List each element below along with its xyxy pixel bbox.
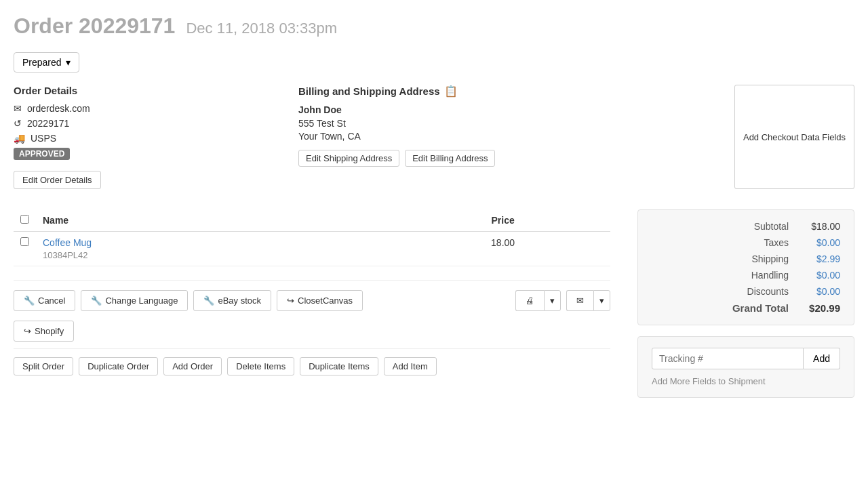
duplicate-items-button[interactable]: Duplicate Items (300, 357, 378, 375)
table-row: Coffee Mug 10384PL42 18.00 (14, 232, 610, 266)
subtotal-value: $18.00 (800, 221, 840, 232)
handling-label: Handling (652, 270, 789, 281)
approved-badge: APPROVED (14, 148, 70, 160)
email-icon: ✉ (14, 103, 22, 114)
print-dropdown-button[interactable]: ▾ (544, 290, 561, 311)
totals-box: Subtotal $18.00 Taxes $0.00 Shipping $2.… (637, 209, 854, 325)
tracking-box: Add Add More Fields to Shipment (637, 336, 854, 398)
closet-icon: ↪ (287, 296, 294, 306)
tracking-input-row: Add (652, 348, 840, 369)
top-section: Order Details ✉ orderdesk.com ↺ 20229171… (14, 85, 854, 189)
order-id-row: ↺ 20229171 (14, 118, 285, 129)
closet-label: ClosetCanvas (298, 296, 353, 306)
action-buttons-row: 🔧 Cancel 🔧 Change Language 🔧 eBay stock … (14, 280, 610, 321)
handling-value: $0.00 (800, 270, 840, 281)
add-order-button[interactable]: Add Order (163, 357, 222, 375)
item-name-link[interactable]: Coffee Mug (43, 237, 92, 248)
shopify-label: Shopify (35, 326, 64, 336)
status-button[interactable]: Prepared ▾ (14, 52, 79, 73)
change-language-button[interactable]: 🔧 Change Language (81, 290, 188, 311)
carrier-row: 🚚 USPS (14, 133, 285, 144)
tracking-add-button[interactable]: Add (804, 348, 840, 369)
add-item-button[interactable]: Add Item (384, 357, 437, 375)
status-dropdown-icon: ▾ (66, 57, 71, 68)
wrench-icon: 🔧 (24, 296, 35, 306)
order-number: Order 20229171 (14, 14, 175, 39)
tracking-more-fields[interactable]: Add More Fields to Shipment (652, 376, 840, 386)
order-source: orderdesk.com (27, 103, 90, 114)
discounts-label: Discounts (652, 286, 789, 297)
address-line1: 555 Test St (298, 118, 570, 129)
edit-shipping-button[interactable]: Edit Shipping Address (298, 150, 399, 167)
order-id: 20229171 (27, 118, 69, 129)
shopify-icon: ↪ (24, 326, 31, 336)
edit-billing-button[interactable]: Edit Billing Address (405, 150, 495, 167)
tracking-input[interactable] (652, 348, 804, 369)
checkout-data-panel: Add Checkout Data Fields (583, 85, 854, 189)
truck-icon: 🚚 (14, 133, 25, 144)
discounts-value: $0.00 (800, 286, 840, 297)
address-city-state: Your Town, CA (298, 131, 570, 142)
shipping-row: Shipping $2.99 (652, 253, 840, 264)
items-section: Name Price Coffee Mug 10384PL42 18.00 (14, 209, 610, 266)
mail-button-group: ✉ ▾ (566, 290, 610, 311)
taxes-row: Taxes $0.00 (652, 237, 840, 248)
bottom-actions-row: Split Order Duplicate Order Add Order De… (14, 348, 610, 384)
split-order-button[interactable]: Split Order (14, 357, 73, 375)
closet-canvas-button[interactable]: ↪ ClosetCanvas (277, 290, 363, 311)
ebay-label: eBay stock (218, 296, 261, 306)
billing-title: Billing and Shipping Address 📋 (298, 85, 570, 98)
print-icon: 🖨 (526, 296, 534, 306)
mail-icon: ✉ (576, 296, 584, 306)
duplicate-order-button[interactable]: Duplicate Order (79, 357, 158, 375)
copy-icon[interactable]: 📋 (444, 85, 458, 98)
grand-total-value: $20.99 (800, 302, 840, 314)
col-header-name: Name (36, 209, 395, 232)
address-panel: Billing and Shipping Address 📋 John Doe … (298, 85, 570, 189)
grand-total-row: Grand Total $20.99 (652, 302, 840, 314)
item-checkbox[interactable] (20, 237, 29, 246)
select-all-checkbox[interactable] (20, 215, 29, 224)
change-language-label: Change Language (105, 296, 178, 306)
item-sku: 10384PL42 (43, 250, 389, 260)
subtotal-label: Subtotal (652, 221, 789, 232)
print-button[interactable]: 🖨 (515, 290, 544, 311)
shopify-row: ↪ Shopify (14, 321, 610, 348)
shipping-label: Shipping (652, 253, 789, 264)
grand-total-label: Grand Total (652, 302, 789, 314)
shipping-value: $2.99 (800, 253, 840, 264)
print-button-group: 🖨 ▾ (515, 290, 561, 311)
status-label: Prepared (22, 57, 62, 68)
order-date: Dec 11, 2018 03:33pm (186, 20, 337, 37)
handling-row: Handling $0.00 (652, 270, 840, 281)
taxes-label: Taxes (652, 237, 789, 248)
taxes-value: $0.00 (800, 237, 840, 248)
address-buttons: Edit Shipping Address Edit Billing Addre… (298, 150, 570, 167)
mail-button[interactable]: ✉ (566, 290, 593, 311)
ebay-stock-button[interactable]: 🔧 eBay stock (193, 290, 271, 311)
main-layout: Name Price Coffee Mug 10384PL42 18.00 🔧 … (14, 209, 854, 398)
edit-order-details-button[interactable]: Edit Order Details (14, 171, 101, 189)
mail-dropdown-button[interactable]: ▾ (593, 290, 610, 311)
shopify-button[interactable]: ↪ Shopify (14, 321, 74, 342)
item-price: 18.00 (395, 232, 610, 266)
order-source-row: ✉ orderdesk.com (14, 103, 285, 114)
page-header: Order 20229171 Dec 11, 2018 03:33pm (14, 14, 854, 39)
address-name: John Doe (298, 104, 570, 115)
discounts-row: Discounts $0.00 (652, 286, 840, 297)
items-table: Name Price Coffee Mug 10384PL42 18.00 (14, 209, 610, 266)
items-and-actions: Name Price Coffee Mug 10384PL42 18.00 🔧 … (14, 209, 610, 398)
cancel-label: Cancel (38, 296, 65, 306)
delete-items-button[interactable]: Delete Items (227, 357, 294, 375)
wrench2-icon: 🔧 (91, 296, 102, 306)
carrier: USPS (31, 133, 56, 144)
col-header-price: Price (395, 209, 610, 232)
order-id-icon: ↺ (14, 118, 22, 129)
add-checkout-data-button[interactable]: Add Checkout Data Fields (734, 85, 854, 189)
order-details-panel: Order Details ✉ orderdesk.com ↺ 20229171… (14, 85, 285, 189)
cancel-button[interactable]: 🔧 Cancel (14, 290, 75, 311)
right-panel: Subtotal $18.00 Taxes $0.00 Shipping $2.… (637, 209, 854, 398)
subtotal-row: Subtotal $18.00 (652, 221, 840, 232)
order-details-title: Order Details (14, 85, 285, 96)
ebay-icon: 🔧 (203, 296, 214, 306)
